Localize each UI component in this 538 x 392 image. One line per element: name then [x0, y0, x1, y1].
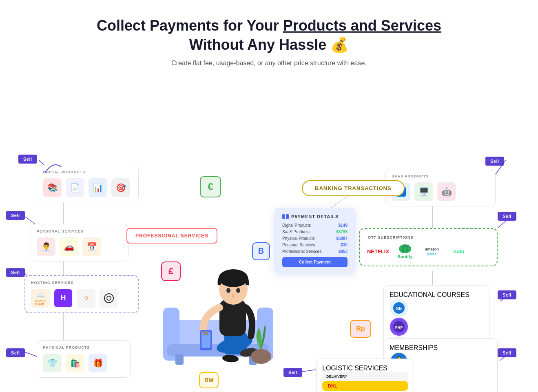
- payment-row-saas: SaaS Products $8795: [282, 230, 348, 234]
- ringgit-currency: RM: [199, 372, 219, 388]
- svg-rect-31: [286, 214, 289, 219]
- title-part2: Without Any Hassle: [189, 36, 326, 53]
- physical-products-box: PHYSICAL PRODUCTS 👕 🛍️ 🎁: [37, 340, 131, 378]
- edu-title: EDUCATIONAL COURSES: [390, 291, 483, 299]
- seo-icon: SE: [390, 299, 408, 317]
- amazon-prime-logo: amazon prime: [422, 244, 442, 259]
- title-underline: Products and Services: [283, 17, 441, 34]
- saas-app2-icon: 🖥️: [414, 182, 433, 201]
- hostinger-icon: H: [54, 289, 73, 308]
- php-icon: PHP: [390, 317, 408, 336]
- pdf-icon: 📄: [66, 178, 84, 197]
- card-chip-icon: [282, 214, 289, 219]
- payment-row-digital: Digital Products $149: [282, 223, 348, 228]
- diagram-area: Sell Sell Sell Sell Sell Sell Sell Sell …: [0, 75, 538, 392]
- svg-point-48: [236, 288, 240, 293]
- title-emoji: 💰: [330, 36, 349, 53]
- svg-point-17: [107, 296, 111, 300]
- svg-point-16: [104, 294, 113, 303]
- person-svg: [159, 218, 277, 365]
- svg-rect-49: [203, 331, 208, 335]
- logistic-services-box: LOGISTIC SERVICES DELHIVERY DHL: [316, 359, 414, 392]
- ott-subscriptions-box: OTT SUBSCRIPTIONS NETFLIX 🎵 Spotify amaz…: [359, 228, 498, 266]
- payment-row-personal: Personal Services $30: [282, 243, 348, 247]
- sell-badge-membership[interactable]: Sell: [498, 348, 516, 357]
- gift-icon: 🎁: [89, 354, 107, 372]
- svg-rect-30: [282, 214, 285, 219]
- hosting-services-title: HOSTING SERVICES: [31, 281, 132, 285]
- tshirt-icon: 👕: [43, 354, 62, 372]
- consultant-icon: 👨‍💼: [37, 237, 55, 256]
- memberships-title: MEMBERSHIPS: [390, 344, 492, 352]
- sell-badge-saas[interactable]: Sell: [485, 157, 504, 166]
- digital-products-icons: 📚 📄 📊 🎯: [43, 178, 133, 197]
- logistic-title: LOGISTIC SERVICES: [322, 365, 408, 372]
- rupiah-currency: Rp: [350, 320, 371, 338]
- collect-payment-button[interactable]: Collect Payment: [282, 257, 348, 267]
- saas-products-title: SAAS PRODUCTS: [392, 174, 489, 178]
- title-part1: Collect Payments for Your: [97, 17, 283, 34]
- main-title: Collect Payments for Your Products and S…: [41, 16, 497, 55]
- person-illustration: [159, 218, 277, 365]
- logo-icon: 🎯: [111, 178, 130, 197]
- svg-point-46: [219, 269, 248, 287]
- sell-badge-personal[interactable]: Sell: [6, 211, 25, 220]
- spotify-logo: 🎵 Spotify: [395, 244, 415, 259]
- personal-services-icons: 👨‍💼 🚗 📅: [37, 237, 122, 256]
- hosting-services-box: HOSTING SERVICES ☁️ CLOUDFLARE H ⬡: [24, 275, 139, 313]
- physical-products-title: PHYSICAL PRODUCTS: [43, 345, 124, 350]
- card-header: PAYMENT DETAILS: [282, 214, 348, 219]
- shopping-icon: 🛍️: [66, 354, 84, 372]
- svg-text:SE: SE: [396, 306, 402, 311]
- payment-details-card: PAYMENT DETAILS Digital Products $149 Sa…: [274, 208, 356, 274]
- svg-point-50: [251, 349, 271, 364]
- dhl-logo: DHL: [322, 381, 408, 391]
- svg-rect-42: [219, 299, 246, 336]
- page-header: Collect Payments for Your Products and S…: [0, 0, 538, 75]
- page-wrapper: Collect Payments for Your Products and S…: [0, 0, 538, 392]
- card-title: PAYMENT DETAILS: [291, 214, 339, 219]
- sell-badge-digital[interactable]: Sell: [18, 155, 37, 164]
- car-icon: 🚗: [60, 237, 78, 256]
- svg-point-47: [226, 288, 230, 293]
- cloudflare-icon: ☁️ CLOUDFLARE: [31, 289, 50, 308]
- ott-title: OTT SUBSCRIPTIONS: [368, 235, 489, 239]
- subtitle: Create flat fee, usage-based, or any oth…: [41, 60, 497, 67]
- godaddy-icon: [100, 289, 118, 308]
- sell-badge-logistic[interactable]: Sell: [283, 368, 302, 377]
- saas-icons: Z 🖥️ 🤖: [392, 182, 489, 201]
- siteground-icon: ⬡: [77, 289, 95, 308]
- payment-row-physical: Physical Products $5897: [282, 236, 348, 241]
- physical-products-icons: 👕 🛍️ 🎁: [43, 354, 124, 372]
- svg-text:PHP: PHP: [395, 326, 403, 330]
- logistic-icons: DELHIVERY DHL: [322, 372, 408, 391]
- personal-services-box: PERSONAL SERVICES 👨‍💼 🚗 📅: [31, 224, 128, 261]
- delhivery-logo: DELHIVERY: [322, 372, 408, 381]
- banking-transactions-badge: BANKING TRANSACTIONS: [302, 180, 405, 196]
- ott-logos: NETFLIX 🎵 Spotify amazon prime hulu: [368, 244, 489, 259]
- sell-arrow-1: [43, 159, 63, 175]
- sell-badge-physical[interactable]: Sell: [6, 348, 25, 357]
- svg-rect-36: [175, 354, 184, 365]
- netflix-logo: NETFLIX: [368, 244, 388, 259]
- hulu-logo: hulu: [449, 244, 469, 259]
- euro-currency: €: [200, 176, 221, 197]
- personal-services-title: PERSONAL SERVICES: [37, 229, 122, 233]
- ebook-icon: 📚: [43, 178, 62, 197]
- sell-badge-hosting[interactable]: Sell: [6, 268, 25, 277]
- payment-row-professional: Professional Services $853: [282, 249, 348, 254]
- saas-app3-icon: 🤖: [437, 182, 456, 201]
- banking-label: BANKING TRANSACTIONS: [315, 185, 392, 191]
- sell-badge-ott[interactable]: Sell: [498, 212, 516, 221]
- sell-badge-edu[interactable]: Sell: [498, 290, 516, 299]
- event-icon: 📅: [82, 237, 101, 256]
- software-icon: 📊: [89, 178, 107, 197]
- hosting-services-icons: ☁️ CLOUDFLARE H ⬡: [31, 289, 132, 308]
